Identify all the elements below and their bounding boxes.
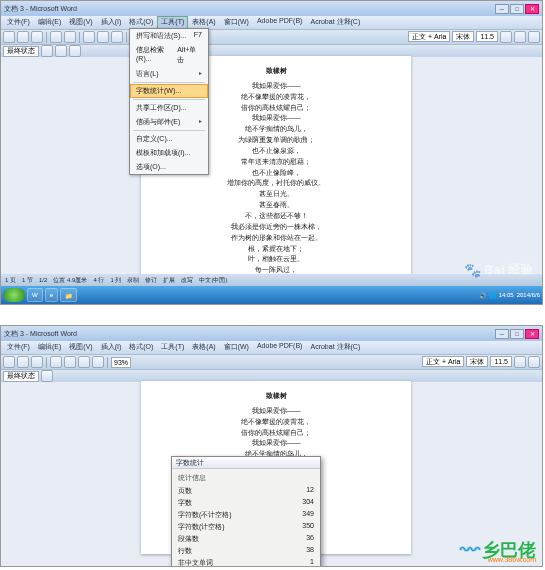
prev-change-button[interactable]	[55, 45, 67, 57]
display-mode-combo[interactable]: 最终状态	[3, 371, 39, 382]
font-combo[interactable]: 宋体	[452, 31, 474, 42]
menu-acrobat[interactable]: Acrobat 注释(C)	[306, 341, 364, 354]
windows-taskbar: W e 📁 🔊 🌐 14:05 2014/6/6	[1, 286, 542, 304]
paste-button[interactable]	[92, 356, 104, 368]
tray-icon[interactable]: 🌐	[489, 292, 496, 299]
app-title: 文档 3 - Microsoft Word	[4, 329, 77, 339]
dialog-section: 统计信息	[178, 473, 314, 483]
cut-button[interactable]	[64, 356, 76, 368]
menu-table[interactable]: 表格(A)	[188, 341, 219, 354]
menu-view[interactable]: 视图(V)	[65, 16, 96, 29]
title-bar: 文档 3 - Microsoft Word ─ □ ✕	[1, 1, 542, 16]
start-button[interactable]	[3, 288, 25, 302]
menu-adobe[interactable]: Adobe PDF(B)	[253, 341, 307, 354]
menu-file[interactable]: 文件(F)	[3, 16, 34, 29]
copy-button[interactable]	[78, 356, 90, 368]
print-button[interactable]	[50, 356, 62, 368]
mi-research[interactable]: 信息检索(R)...Alt+单击	[130, 43, 208, 67]
menu-tools[interactable]: 工具(T)	[157, 341, 188, 354]
word-count-dialog: 字数统计 统计信息 页数12 字数304 字符数(不计空格)349 字符数(计空…	[171, 456, 321, 567]
italic-button[interactable]	[514, 31, 526, 43]
new-doc-button[interactable]	[3, 356, 15, 368]
screenshot-1: 文档 3 - Microsoft Word ─ □ ✕ 文件(F) 编辑(E) …	[0, 0, 543, 305]
minimize-button[interactable]: ─	[495, 4, 509, 14]
italic-button[interactable]	[528, 356, 540, 368]
poem-title: 致橡树	[161, 391, 391, 402]
bold-button[interactable]	[500, 31, 512, 43]
print-button[interactable]	[50, 31, 62, 43]
menu-adobe[interactable]: Adobe PDF(B)	[253, 16, 307, 29]
zoom-combo[interactable]: 93%	[111, 357, 131, 368]
tray-icon[interactable]: 🔊	[479, 292, 486, 299]
formatting-toolbar: 正文 + Aria 宋体 11.5	[408, 29, 540, 44]
menu-file[interactable]: 文件(F)	[3, 341, 34, 354]
task-item[interactable]: W	[27, 288, 43, 302]
save-button[interactable]	[31, 356, 43, 368]
menu-bar: 文件(F) 编辑(E) 视图(V) 插入(I) 格式(O) 工具(T) 表格(A…	[1, 341, 542, 354]
menu-edit[interactable]: 编辑(E)	[34, 341, 65, 354]
mi-spelling[interactable]: 拼写和语法(S)...F7	[130, 29, 208, 43]
status-bar: 1 页 1 节 1/2 位置 4.9厘米 4 行 1 列 录制 修订 扩展 改写…	[1, 274, 542, 286]
tools-dropdown: 拼写和语法(S)...F7 信息检索(R)...Alt+单击 语言(L) 字数统…	[129, 28, 209, 175]
task-item[interactable]: e	[45, 288, 58, 302]
menu-bar: 文件(F) 编辑(E) 视图(V) 插入(I) 格式(O) 工具(T) 表格(A…	[1, 16, 542, 29]
mi-letters-mailings[interactable]: 信函与邮件(E)	[130, 115, 208, 129]
new-doc-button[interactable]	[3, 31, 15, 43]
save-button[interactable]	[31, 31, 43, 43]
menu-insert[interactable]: 插入(I)	[97, 16, 126, 29]
show-button[interactable]	[41, 45, 53, 57]
font-combo[interactable]: 宋体	[466, 356, 488, 367]
stat-row: 行数38	[178, 545, 314, 557]
menu-edit[interactable]: 编辑(E)	[34, 16, 65, 29]
underline-button[interactable]	[528, 31, 540, 43]
next-change-button[interactable]	[69, 45, 81, 57]
mi-options[interactable]: 选项(O)...	[130, 160, 208, 174]
menu-acrobat[interactable]: Acrobat 注释(C)	[306, 16, 364, 29]
close-button[interactable]: ✕	[525, 329, 539, 339]
clock[interactable]: 14:05	[499, 292, 514, 298]
mi-word-count[interactable]: 字数统计(W)...	[130, 84, 208, 98]
maximize-button[interactable]: □	[510, 329, 524, 339]
style-combo[interactable]: 正文 + Aria	[408, 31, 450, 42]
stat-row: 字符数(计空格)350	[178, 521, 314, 533]
paw-icon: 🐾	[464, 262, 482, 278]
copy-button[interactable]	[97, 31, 109, 43]
menu-window[interactable]: 窗口(W)	[220, 16, 253, 29]
open-button[interactable]	[17, 31, 29, 43]
menu-format[interactable]: 格式(O)	[125, 341, 157, 354]
preview-button[interactable]	[64, 31, 76, 43]
screenshot-2: 文档 3 - Microsoft Word ─ □ ✕ 文件(F) 编辑(E) …	[0, 325, 543, 567]
display-mode-combo[interactable]: 最终状态	[3, 46, 39, 57]
minimize-button[interactable]: ─	[495, 329, 509, 339]
close-button[interactable]: ✕	[525, 4, 539, 14]
style-combo[interactable]: 正文 + Aria	[422, 356, 464, 367]
site-watermark: 〰 乡巴佬 www.386w.com	[460, 538, 536, 562]
open-button[interactable]	[17, 356, 29, 368]
task-item[interactable]: 📁	[60, 288, 77, 302]
size-combo[interactable]: 11.5	[476, 31, 498, 42]
mi-shared-workspace[interactable]: 共享工作区(D)...	[130, 101, 208, 115]
dialog-title: 字数统计	[172, 457, 320, 469]
formatting-toolbar: 正文 + Aria 宋体 11.5	[422, 354, 540, 369]
title-bar: 文档 3 - Microsoft Word ─ □ ✕	[1, 326, 542, 341]
mi-templates[interactable]: 模板和加载项(I)...	[130, 146, 208, 160]
paste-button[interactable]	[111, 31, 123, 43]
mi-language[interactable]: 语言(L)	[130, 67, 208, 81]
maximize-button[interactable]: □	[510, 4, 524, 14]
app-title: 文档 3 - Microsoft Word	[4, 4, 77, 14]
logo-icon: 〰	[460, 539, 480, 562]
bold-button[interactable]	[514, 356, 526, 368]
stat-row: 字数304	[178, 497, 314, 509]
menu-view[interactable]: 视图(V)	[65, 341, 96, 354]
size-combo[interactable]: 11.5	[490, 356, 512, 367]
cut-button[interactable]	[83, 31, 95, 43]
date: 2014/6/6	[517, 292, 540, 298]
stat-row: 页数12	[178, 485, 314, 497]
menu-window[interactable]: 窗口(W)	[220, 341, 253, 354]
mi-customize[interactable]: 自定义(C)...	[130, 132, 208, 146]
stat-row: 非中文单词1	[178, 557, 314, 567]
show-button[interactable]	[41, 370, 53, 382]
stat-row: 字符数(不计空格)349	[178, 509, 314, 521]
menu-insert[interactable]: 插入(I)	[97, 341, 126, 354]
system-tray: 🔊 🌐 14:05 2014/6/6	[479, 292, 540, 299]
